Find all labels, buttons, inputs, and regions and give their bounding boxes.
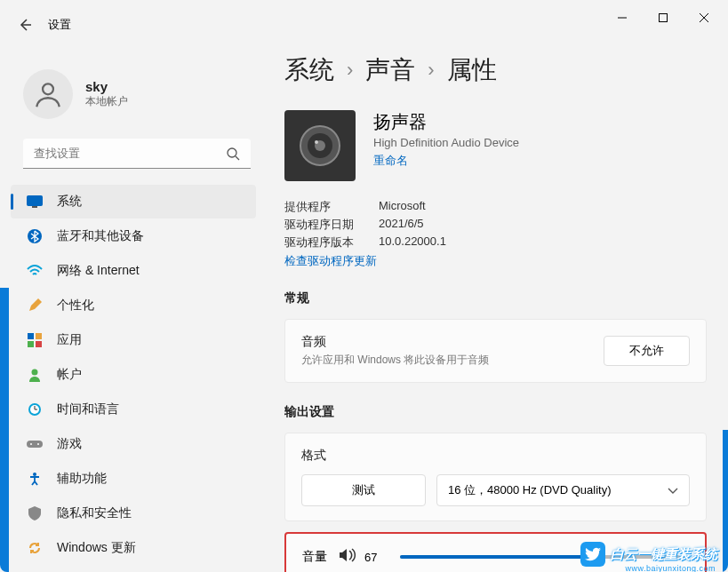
svg-rect-12 xyxy=(36,333,42,339)
update-icon xyxy=(27,540,43,556)
avatar xyxy=(23,69,73,119)
minimize-button[interactable] xyxy=(602,4,643,32)
sidebar-item-accounts[interactable]: 帐户 xyxy=(11,358,256,392)
watermark: 白云一键重装系统 xyxy=(580,542,717,567)
network-icon xyxy=(27,263,43,279)
svg-rect-20 xyxy=(27,441,43,448)
svg-point-5 xyxy=(43,83,53,94)
speaker-icon xyxy=(284,110,356,181)
svg-rect-9 xyxy=(32,206,37,208)
close-button[interactable] xyxy=(684,4,724,32)
chevron-right-icon: › xyxy=(428,59,434,82)
sidebar-item-update[interactable]: Windows 更新 xyxy=(11,531,256,565)
breadcrumb-item[interactable]: 系统 xyxy=(284,53,334,87)
time-icon xyxy=(27,401,43,417)
check-driver-link[interactable]: 检查驱动程序更新 xyxy=(284,253,707,269)
info-value: Microsoft xyxy=(379,199,426,215)
breadcrumb: 系统 › 声音 › 属性 xyxy=(284,53,707,87)
svg-rect-14 xyxy=(36,341,42,347)
sidebar-item-label: 系统 xyxy=(57,194,82,210)
audio-card: 音频 允许应用和 Windows 将此设备用于音频 不允许 xyxy=(284,319,707,383)
sidebar-item-apps[interactable]: 应用 xyxy=(11,323,256,357)
info-label: 驱动程序日期 xyxy=(284,217,356,233)
sidebar-item-label: 辅助功能 xyxy=(57,471,107,487)
sidebar-item-bluetooth[interactable]: 蓝牙和其他设备 xyxy=(11,219,256,253)
svg-point-6 xyxy=(228,148,236,157)
section-output: 输出设置 xyxy=(284,404,707,420)
sidebar: sky 本地帐户 系统 蓝牙和其他设备 网络 & Internet 个性化 应用 xyxy=(0,53,267,572)
sidebar-item-label: 个性化 xyxy=(57,298,94,314)
watermark-url: www.baiyunxitong.com xyxy=(625,564,716,572)
svg-point-27 xyxy=(315,140,318,144)
driver-info: 提供程序Microsoft 驱动程序日期2021/6/5 驱动程序版本10.0.… xyxy=(284,199,707,269)
maximize-button[interactable] xyxy=(643,4,684,32)
svg-point-15 xyxy=(32,369,38,376)
format-card: 格式 测试 16 位，48000 Hz (DVD Quality) xyxy=(284,433,707,521)
sidebar-item-label: 蓝牙和其他设备 xyxy=(57,228,144,244)
sidebar-item-label: 时间和语言 xyxy=(57,401,119,417)
svg-rect-1 xyxy=(660,14,668,22)
sidebar-item-privacy[interactable]: 隐私和安全性 xyxy=(11,497,256,530)
info-value: 2021/6/5 xyxy=(379,217,424,233)
titlebar xyxy=(0,0,728,36)
svg-point-23 xyxy=(33,473,36,476)
volume-icon[interactable] xyxy=(340,548,357,566)
back-button[interactable] xyxy=(16,16,34,34)
sidebar-item-label: 应用 xyxy=(57,332,82,348)
app-title: 设置 xyxy=(48,17,71,33)
device-subtitle: High Definition Audio Device xyxy=(373,136,519,149)
svg-rect-8 xyxy=(28,196,43,206)
test-button[interactable]: 测试 xyxy=(301,474,426,506)
sidebar-item-gaming[interactable]: 游戏 xyxy=(11,427,256,461)
gaming-icon xyxy=(27,436,43,452)
info-label: 驱动程序版本 xyxy=(284,234,356,250)
bird-icon xyxy=(580,542,605,567)
format-value: 16 位，48000 Hz (DVD Quality) xyxy=(448,482,612,498)
sidebar-item-network[interactable]: 网络 & Internet xyxy=(11,254,256,288)
device-title: 扬声器 xyxy=(373,110,519,134)
disallow-button[interactable]: 不允许 xyxy=(604,336,690,366)
device-header: 扬声器 High Definition Audio Device 重命名 xyxy=(284,110,707,181)
sidebar-item-label: 隐私和安全性 xyxy=(57,505,132,521)
format-select[interactable]: 16 位，48000 Hz (DVD Quality) xyxy=(436,474,690,506)
search-input[interactable] xyxy=(23,139,251,169)
svg-point-22 xyxy=(37,443,39,445)
section-general: 常规 xyxy=(284,290,707,306)
rename-link[interactable]: 重命名 xyxy=(373,153,519,169)
privacy-icon xyxy=(27,505,43,521)
personalization-icon xyxy=(27,298,43,314)
user-name: sky xyxy=(85,79,128,94)
svg-rect-11 xyxy=(28,333,34,339)
chevron-down-icon xyxy=(668,484,678,497)
volume-label: 音量 xyxy=(302,549,327,565)
info-label: 提供程序 xyxy=(284,199,356,215)
accounts-icon xyxy=(27,367,43,383)
svg-line-7 xyxy=(236,156,239,160)
sidebar-item-accessibility[interactable]: 辅助功能 xyxy=(11,462,256,496)
sidebar-item-time[interactable]: 时间和语言 xyxy=(11,393,256,426)
breadcrumb-item[interactable]: 声音 xyxy=(365,53,415,87)
svg-rect-13 xyxy=(28,341,34,347)
card-title: 音频 xyxy=(301,334,489,350)
bluetooth-icon xyxy=(27,228,43,244)
svg-point-21 xyxy=(30,443,32,445)
info-value: 10.0.22000.1 xyxy=(379,234,446,250)
sidebar-item-system[interactable]: 系统 xyxy=(11,185,256,218)
chevron-right-icon: › xyxy=(347,59,353,82)
card-subtitle: 允许应用和 Windows 将此设备用于音频 xyxy=(301,353,489,368)
watermark-text: 白云一键重装系统 xyxy=(611,546,717,563)
accessibility-icon xyxy=(27,471,43,487)
sidebar-item-label: 帐户 xyxy=(57,367,82,383)
user-profile[interactable]: sky 本地帐户 xyxy=(7,62,267,135)
sidebar-item-personalization[interactable]: 个性化 xyxy=(11,289,256,322)
breadcrumb-current: 属性 xyxy=(447,53,497,87)
sidebar-item-label: 游戏 xyxy=(57,436,82,452)
search-icon xyxy=(226,147,240,164)
format-label: 格式 xyxy=(301,448,690,464)
apps-icon xyxy=(27,332,43,348)
nav-list: 系统 蓝牙和其他设备 网络 & Internet 个性化 应用 帐户 时间和语言 xyxy=(7,185,267,565)
content-area: 系统 › 声音 › 属性 扬声器 High Definition Audio D… xyxy=(284,53,707,572)
sidebar-item-label: Windows 更新 xyxy=(57,540,136,556)
sidebar-item-label: 网络 & Internet xyxy=(57,263,140,279)
volume-value: 67 xyxy=(364,551,377,564)
